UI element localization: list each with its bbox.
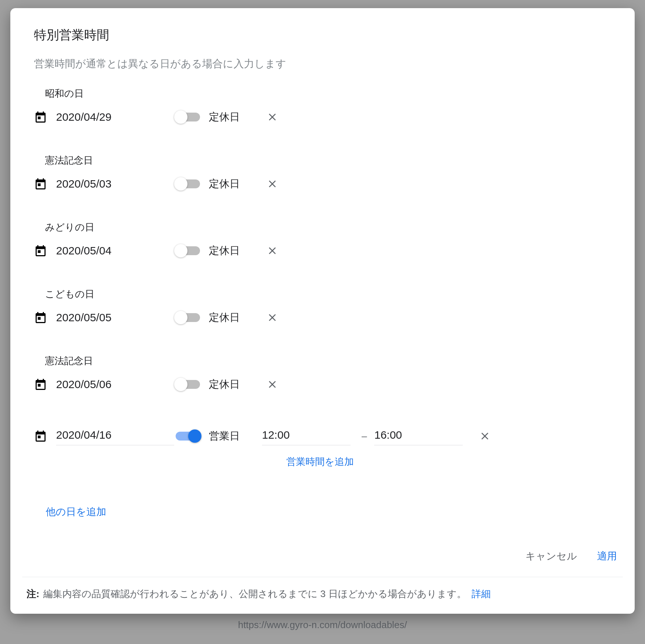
holiday-name: こどもの日: [22, 288, 623, 301]
holiday-row: 2020/04/29 定休日: [22, 102, 623, 132]
modal-backdrop: https://www.gyro-n.com/downloadables/ 特別…: [0, 0, 645, 644]
calendar-icon: [34, 177, 47, 191]
toggle-label: 定休日: [209, 244, 249, 258]
calendar-icon: [34, 429, 47, 443]
toggle-label: 営業日: [209, 429, 249, 443]
add-day-button[interactable]: 他の日を追加: [46, 505, 106, 518]
holiday-row: 2020/05/04 定休日: [22, 236, 623, 266]
remove-row-button[interactable]: [265, 377, 280, 392]
custom-day-row: 営業日 –: [22, 421, 623, 451]
holiday-row: 2020/05/05 定休日: [22, 303, 623, 332]
toggle-label: 定休日: [209, 311, 249, 325]
dialog-title: 特別営業時間: [34, 27, 623, 44]
remove-row-button[interactable]: [265, 310, 280, 325]
note-details-link[interactable]: 詳細: [472, 588, 491, 600]
toggle-label: 定休日: [209, 177, 249, 191]
holiday-block: みどりの日 2020/05/04 定休日: [22, 221, 623, 266]
note-label: 注:: [27, 588, 39, 600]
calendar-icon: [34, 311, 47, 324]
closed-toggle[interactable]: [174, 310, 201, 325]
holiday-block: 憲法記念日 2020/05/06 定休日: [22, 354, 623, 399]
holiday-name: みどりの日: [22, 221, 623, 234]
closed-toggle[interactable]: [174, 110, 201, 124]
toggle-label: 定休日: [209, 110, 249, 124]
holiday-block: 憲法記念日 2020/05/03 定休日: [22, 154, 623, 199]
holiday-date: 2020/05/04: [56, 244, 174, 257]
remove-row-button[interactable]: [265, 177, 280, 191]
special-hours-dialog: 特別営業時間 営業時間が通常とは異なる日がある場合に入力します 昭和の日 202…: [10, 8, 635, 614]
holiday-name: 昭和の日: [22, 87, 623, 100]
note-text: 編集内容の品質確認が行われることがあり、公開されるまでに 3 日ほどかかる場合が…: [43, 588, 466, 600]
remove-row-button[interactable]: [265, 243, 280, 258]
close-time-input[interactable]: [374, 427, 463, 445]
open-toggle[interactable]: [174, 429, 201, 443]
holiday-block: こどもの日 2020/05/05 定休日: [22, 288, 623, 332]
dialog-actions: キャンセル 適用: [22, 549, 623, 574]
closed-toggle[interactable]: [174, 377, 201, 392]
calendar-icon: [34, 244, 47, 257]
apply-button[interactable]: 適用: [597, 549, 617, 563]
remove-row-button[interactable]: [477, 429, 492, 443]
closed-toggle[interactable]: [174, 243, 201, 258]
dialog-subtitle: 営業時間が通常とは異なる日がある場合に入力します: [34, 57, 623, 71]
holiday-date: 2020/05/03: [56, 178, 174, 190]
holiday-date: 2020/05/06: [56, 378, 174, 391]
background-url-text: https://www.gyro-n.com/downloadables/: [238, 619, 407, 631]
cancel-button[interactable]: キャンセル: [525, 549, 577, 563]
holiday-name: 憲法記念日: [22, 154, 623, 167]
holiday-name: 憲法記念日: [22, 354, 623, 367]
holiday-date: 2020/05/05: [56, 311, 174, 324]
holiday-row: 2020/05/03 定休日: [22, 169, 623, 199]
remove-row-button[interactable]: [265, 110, 280, 124]
footer-note: 注: 編集内容の品質確認が行われることがあり、公開されるまでに 3 日ほどかかる…: [22, 577, 623, 600]
toggle-label: 定休日: [209, 377, 249, 391]
custom-date-input[interactable]: [56, 427, 174, 445]
holiday-row: 2020/05/06 定休日: [22, 370, 623, 399]
add-hours-button[interactable]: 営業時間を追加: [286, 455, 354, 468]
closed-toggle[interactable]: [174, 177, 201, 191]
time-separator: –: [362, 431, 367, 442]
calendar-icon: [34, 110, 47, 124]
holiday-date: 2020/04/29: [56, 111, 174, 123]
calendar-icon: [34, 378, 47, 391]
holiday-block: 昭和の日 2020/04/29 定休日: [22, 87, 623, 132]
open-time-input[interactable]: [262, 427, 351, 445]
